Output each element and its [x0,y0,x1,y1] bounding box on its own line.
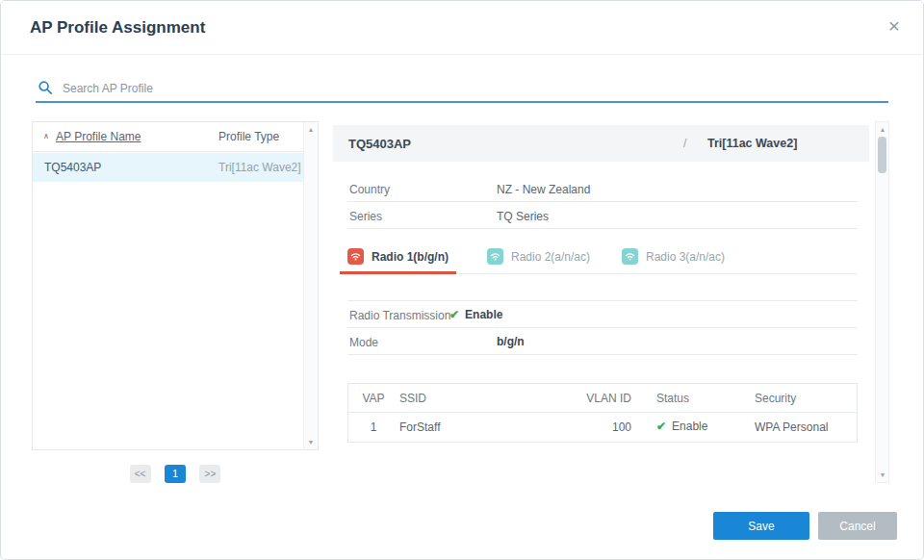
close-icon[interactable]: × [888,15,900,36]
scrollbar-thumb[interactable] [878,137,886,173]
cancel-button[interactable]: Cancel [818,512,897,540]
last-page-button[interactable]: >> [199,465,220,483]
profile-list-scrollbar[interactable]: ▲ ▼ [303,122,318,449]
scroll-down-icon[interactable]: ▼ [876,471,889,478]
field-value: NZ - New Zealand [497,183,590,196]
radio-transmission-value: ✔Enable [449,308,502,321]
tab-label: Radio 2(a/n/ac) [511,250,590,264]
field-label: Country [349,183,390,196]
scroll-down-icon[interactable]: ▼ [304,439,318,445]
radio-settings: Radio Transmission ✔Enable Mode b/g/n [347,300,858,355]
wifi-icon [347,248,364,265]
status-text: Enable [672,420,707,433]
sort-ascending-icon: ∧ [43,132,49,140]
field-value: TQ Series [497,210,549,223]
search-icon [38,80,53,99]
column-vap: VAP [361,392,386,405]
check-icon: ✔ [449,308,459,321]
tab-label: Radio 1(b/g/n) [372,250,449,264]
ap-profile-assignment-dialog: AP Profile Assignment × ∧ AP Profile Nam… [0,0,924,560]
wifi-icon [622,248,638,265]
vap-cell: 1 [361,420,386,434]
vap-row: 1 ForStaff 100 ✔Enable WPA Personal [348,413,857,442]
tab-radio-3[interactable]: Radio 3(a/n/ac) [622,239,725,274]
detail-separator: / [683,137,686,150]
field-row-country: Country NZ - New Zealand [347,175,858,202]
radio-tabs: Radio 1(b/g/n) Radio 2(a/n/ac) [347,239,858,274]
detail-header: TQ5403AP / Tri[11ac Wave2] [333,125,869,162]
mode-label: Mode [349,336,378,349]
detail-panel: TQ5403AP / Tri[11ac Wave2] Country NZ - … [333,121,889,492]
security-cell: WPA Personal [755,420,828,434]
mode-value: b/g/n [497,335,525,348]
page-number-button[interactable]: 1 [165,465,186,483]
radio-transmission-row: Radio Transmission ✔Enable [347,301,858,328]
column-security: Security [755,392,796,405]
pagination: << 1 >> [32,464,319,483]
tab-radio-2[interactable]: Radio 2(a/n/ac) [487,239,590,274]
search-input[interactable] [63,77,871,100]
check-icon: ✔ [656,420,666,433]
field-row-series: Series TQ Series [347,202,858,229]
column-vlan-id: VLAN ID [578,392,631,405]
field-label: Series [349,210,382,223]
column-status: Status [656,392,689,405]
column-ap-profile-name[interactable]: AP Profile Name [56,130,141,143]
tab-radio-1[interactable]: Radio 1(b/g/n) [347,239,449,274]
profile-type: Tri[11ac Wave2] [218,161,301,174]
column-profile-type[interactable]: Profile Type [218,130,279,143]
column-ssid: SSID [399,392,426,405]
scroll-up-icon[interactable]: ▲ [304,126,318,133]
save-button[interactable]: Save [713,512,809,540]
enable-text: Enable [465,308,502,321]
detail-profile-name: TQ5403AP [348,137,411,151]
ssid-cell: ForStaff [399,420,440,434]
vap-table: VAP SSID VLAN ID Status Security 1 ForSt… [347,383,858,443]
dialog-title: AP Profile Assignment [30,18,205,38]
profile-row[interactable]: TQ5403AP Tri[11ac Wave2] [33,153,304,182]
detail-scrollbar[interactable]: ▲ ▼ [875,121,889,483]
vlan-cell: 100 [578,420,631,434]
first-page-button[interactable]: << [130,465,151,483]
scroll-up-icon[interactable]: ▲ [876,126,889,133]
profile-name: TQ5403AP [44,161,101,174]
tab-label: Radio 3(a/n/ac) [646,250,725,264]
profile-list-panel: ∧ AP Profile Name Profile Type TQ5403AP … [32,121,319,450]
mode-row: Mode b/g/n [347,328,858,355]
profile-list-header: ∧ AP Profile Name Profile Type [33,122,318,152]
radio-transmission-label: Radio Transmission [349,309,450,322]
vap-table-header: VAP SSID VLAN ID Status Security [348,384,857,413]
status-cell: ✔Enable [656,420,707,433]
detail-fields: Country NZ - New Zealand Series TQ Serie… [347,175,858,229]
detail-profile-type: Tri[11ac Wave2] [707,137,797,150]
wifi-icon [487,248,503,265]
dialog-header: AP Profile Assignment × [1,1,923,55]
search-bar [36,74,888,103]
